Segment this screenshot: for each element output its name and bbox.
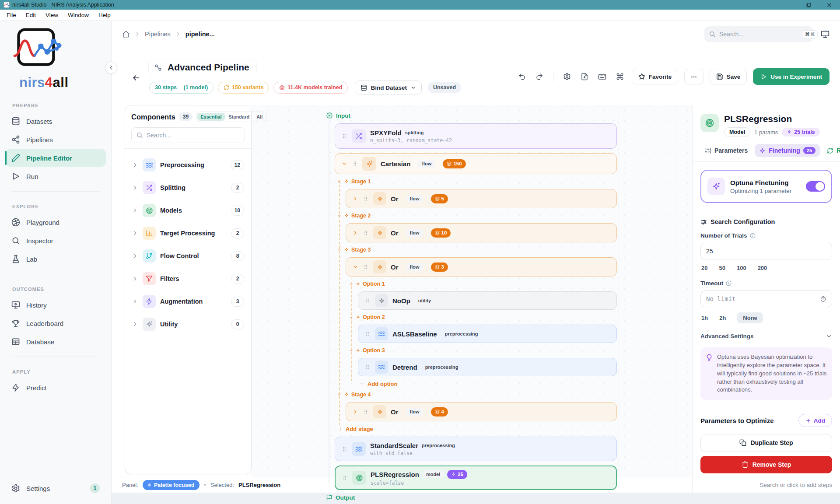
- tab-refit[interactable]: Refit: [822, 144, 840, 157]
- category-utility[interactable]: Utility 0: [130, 315, 246, 333]
- drag-handle[interactable]: [363, 264, 369, 270]
- quick-200[interactable]: 200: [758, 265, 767, 271]
- category-augmentation[interactable]: Augmentation 3: [130, 292, 246, 311]
- remove-step-button[interactable]: Remove Step: [700, 456, 832, 473]
- home-icon[interactable]: [122, 30, 130, 38]
- sidebar-item-database[interactable]: Database: [5, 333, 106, 350]
- close-icon[interactable]: [826, 2, 832, 8]
- chevron-right-icon[interactable]: [132, 253, 138, 259]
- monitor-icon[interactable]: [821, 30, 830, 38]
- duplicate-step-button[interactable]: Duplicate Step: [700, 434, 832, 452]
- chevron-right-icon[interactable]: [132, 207, 138, 214]
- quick-2h[interactable]: 2h: [719, 315, 726, 321]
- quick-50[interactable]: 50: [719, 265, 725, 271]
- chevron-right-icon[interactable]: [132, 321, 138, 327]
- chevron-right-icon[interactable]: [132, 185, 138, 191]
- timeout-input[interactable]: [706, 295, 820, 302]
- minimize-icon[interactable]: [785, 2, 791, 8]
- favorite-button[interactable]: Favorite: [632, 69, 679, 84]
- category-models[interactable]: Models 10: [130, 201, 246, 220]
- stage-3-or-step[interactable]: Or flow 3: [346, 257, 617, 276]
- file-export-icon[interactable]: [579, 71, 590, 82]
- tab-essential[interactable]: Essential: [197, 113, 224, 121]
- advanced-settings-row[interactable]: Advanced Settings: [700, 333, 832, 340]
- stage-4-or-step[interactable]: Or flow 4: [346, 402, 617, 421]
- stage-3-label[interactable]: Stage 3: [336, 247, 617, 253]
- sidebar-item-playground[interactable]: Playground: [5, 214, 106, 231]
- chevron-down-icon[interactable]: [352, 264, 358, 270]
- tab-standard[interactable]: Standard: [226, 113, 253, 121]
- stage-2-or-step[interactable]: Or flow 10: [346, 223, 617, 242]
- global-search-input[interactable]: [719, 31, 798, 38]
- stage-1-label[interactable]: Stage 1: [336, 178, 617, 185]
- add-stage-link[interactable]: Add stage: [337, 426, 617, 432]
- option-3-label[interactable]: Option 3: [349, 347, 617, 354]
- category-target-processing[interactable]: Target Processing 2: [130, 224, 246, 242]
- category-splitting[interactable]: Splitting 2: [130, 178, 246, 197]
- chevron-right-icon[interactable]: [132, 276, 138, 282]
- menu-help[interactable]: Help: [94, 10, 115, 20]
- step-plsregression-selected[interactable]: PLSRegression model 25 scale=false: [335, 466, 617, 490]
- option-1-label[interactable]: Option 1: [349, 281, 617, 287]
- step-aslsbaseline[interactable]: ASLSBaseline preprocessing: [358, 325, 617, 343]
- trials-input[interactable]: [706, 248, 826, 255]
- sidebar-item-datasets[interactable]: Datasets: [5, 112, 106, 130]
- category-filters[interactable]: Filters 2: [130, 270, 246, 288]
- category-preprocessing[interactable]: Preprocessing 12: [130, 156, 246, 174]
- drag-handle[interactable]: [352, 161, 358, 167]
- drag-handle[interactable]: [341, 133, 347, 139]
- back-button[interactable]: [132, 74, 140, 82]
- sidebar-item-pipelines[interactable]: Pipelines: [5, 131, 106, 148]
- command-icon[interactable]: [614, 71, 626, 82]
- drag-handle[interactable]: [364, 364, 371, 370]
- drag-handle[interactable]: [364, 298, 371, 304]
- step-spxyfold[interactable]: SPXYFoldsplitting n_splits=3, random_sta…: [335, 123, 617, 149]
- stage-1-or-step[interactable]: Or flow 5: [346, 189, 617, 208]
- global-search[interactable]: ⌘ K: [704, 26, 813, 42]
- undo-icon[interactable]: [516, 71, 528, 82]
- more-button[interactable]: ⋯: [684, 69, 704, 84]
- chevron-right-icon[interactable]: [132, 162, 138, 168]
- keyboard-icon[interactable]: [596, 71, 608, 83]
- sidebar-item-run[interactable]: Run: [5, 168, 106, 185]
- sidebar-item-leaderboard[interactable]: Leaderboard: [5, 315, 106, 332]
- menu-file[interactable]: File: [3, 10, 20, 20]
- category-flow-control[interactable]: Flow Control 8: [130, 247, 246, 265]
- drag-handle[interactable]: [342, 475, 348, 481]
- breadcrumb-pipelines[interactable]: Pipelines: [145, 31, 171, 38]
- save-button[interactable]: Save: [710, 69, 747, 84]
- stage-4-label[interactable]: Stage 4: [336, 392, 617, 398]
- sidebar-item-inspector[interactable]: Inspector: [5, 232, 106, 249]
- tab-finetuning[interactable]: Finetuning 25: [755, 144, 820, 157]
- redo-icon[interactable]: [534, 71, 545, 82]
- info-icon[interactable]: [750, 233, 756, 238]
- sidebar-collapse-button[interactable]: [105, 62, 117, 74]
- optuna-toggle[interactable]: [806, 181, 825, 192]
- chevron-down-icon[interactable]: [341, 161, 347, 167]
- drag-handle[interactable]: [363, 196, 369, 202]
- drag-handle[interactable]: [363, 409, 369, 415]
- use-in-experiment-button[interactable]: Use in Experiment: [753, 68, 830, 85]
- sidebar-item-lab[interactable]: Lab: [5, 250, 106, 268]
- chevron-right-icon[interactable]: [352, 409, 358, 415]
- step-cartesian[interactable]: Cartesian flow 150: [335, 153, 617, 174]
- quick-100[interactable]: 100: [737, 265, 746, 271]
- add-option-link[interactable]: Add option: [359, 381, 617, 387]
- quick-none-selected[interactable]: None: [737, 312, 763, 323]
- info-icon[interactable]: [726, 280, 732, 286]
- menu-edit[interactable]: Edit: [22, 10, 40, 20]
- option-2-label[interactable]: Option 2: [349, 314, 617, 320]
- step-detrend[interactable]: Detrend preprocessing: [358, 358, 617, 376]
- sidebar-item-pipeline-editor[interactable]: Pipeline Editor: [5, 149, 106, 167]
- sidebar-item-settings[interactable]: Settings 1: [5, 480, 106, 497]
- sidebar-item-predict[interactable]: Predict: [5, 379, 106, 396]
- tab-parameters[interactable]: Parameters: [700, 144, 752, 157]
- tab-all[interactable]: All: [253, 113, 266, 121]
- add-parameter-button[interactable]: Add: [798, 414, 832, 427]
- step-noop[interactable]: NoOp utility: [358, 291, 617, 310]
- chevron-right-icon[interactable]: [132, 298, 138, 304]
- stage-2-label[interactable]: Stage 2: [336, 213, 617, 219]
- chevron-right-icon[interactable]: [352, 196, 358, 202]
- components-search[interactable]: [131, 127, 245, 143]
- maximize-icon[interactable]: [806, 2, 812, 8]
